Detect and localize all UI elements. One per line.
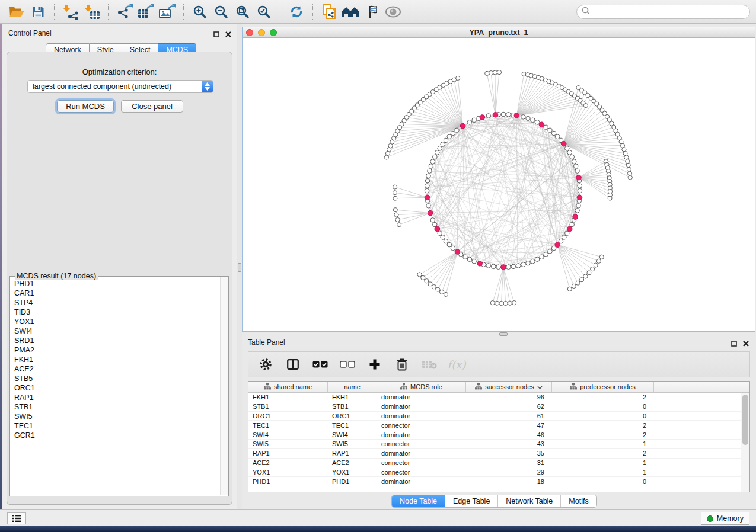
ring-node[interactable] [562,235,567,240]
export-network-icon[interactable] [114,2,135,21]
satellite-node[interactable] [397,223,401,227]
ring-node[interactable] [472,259,477,264]
ring-node[interactable] [531,259,535,264]
close-panel-icon[interactable] [225,29,231,40]
satellite-node[interactable] [417,273,422,277]
satellite-node[interactable] [628,175,632,180]
select-all-icon[interactable] [312,357,328,372]
mcds-result-item[interactable]: RAP1 [11,393,220,402]
ring-node[interactable] [526,261,531,265]
ring-node[interactable] [531,118,535,123]
ring-node[interactable] [570,155,575,159]
ring-node[interactable] [535,120,540,125]
satellite-node[interactable] [587,271,591,275]
mcds-result-item[interactable]: SWI4 [11,326,220,336]
ring-node[interactable] [467,257,472,262]
ring-node[interactable] [496,265,501,270]
mcds-result-item[interactable]: TID3 [11,307,220,317]
mcds-hub-node[interactable] [514,113,519,118]
close-table-panel-icon[interactable] [743,338,749,349]
tab-node-table[interactable]: Node Table [392,495,445,507]
ring-node[interactable] [521,262,526,267]
panel-layout-icon[interactable] [285,357,301,372]
show-panels-list-button[interactable] [7,512,26,524]
satellite-node[interactable] [596,259,601,263]
export-table-icon[interactable] [135,2,157,21]
satellite-node[interactable] [623,151,627,155]
refresh-view-icon[interactable] [286,2,307,21]
column-header-name[interactable]: name [328,382,377,392]
table-row[interactable]: ORC1ORC1dominator610 [248,412,741,421]
vertical-splitter[interactable] [237,24,242,509]
satellite-node[interactable] [393,196,397,200]
satellite-node[interactable] [503,301,508,305]
ring-node[interactable] [575,169,580,174]
satellite-node[interactable] [622,148,626,152]
mcds-hub-node[interactable] [480,115,485,120]
ring-node[interactable] [526,116,531,121]
ring-node[interactable] [506,113,511,117]
table-row[interactable]: RAP1RAP1dominator352 [248,449,741,459]
satellite-node[interactable] [436,287,440,291]
vertical-splitter-handle[interactable] [238,263,241,272]
tab-network-table[interactable]: Network Table [498,495,561,507]
ring-node[interactable] [435,150,440,155]
close-window-icon[interactable] [246,29,253,36]
ring-node[interactable] [544,252,548,257]
close-panel-button[interactable]: Close panel [121,100,183,113]
ring-node[interactable] [463,255,468,259]
ring-node[interactable] [506,265,511,270]
float-panel-icon[interactable] [213,29,219,40]
satellite-node[interactable] [393,208,397,212]
ring-node[interactable] [447,134,452,139]
satellite-node[interactable] [393,185,397,189]
satellite-node[interactable] [608,196,612,200]
mcds-hub-node[interactable] [477,261,483,266]
table-row[interactable]: FKH1FKH1dominator962 [248,393,741,402]
ring-node[interactable] [425,184,430,188]
mcds-result-item[interactable]: STB1 [11,402,220,412]
ring-node[interactable] [428,169,432,174]
satellite-node[interactable] [499,301,503,305]
satellite-node[interactable] [594,263,598,267]
zoom-fit-icon[interactable] [232,2,253,21]
satellite-node[interactable] [512,301,516,305]
save-session-icon[interactable] [27,2,49,21]
column-header-successor-nodes[interactable]: successor nodes [466,382,552,392]
mcds-result-item[interactable]: CAR1 [11,289,220,298]
float-table-panel-icon[interactable] [731,338,737,349]
ring-node[interactable] [551,131,556,136]
ring-node[interactable] [451,131,455,136]
satellite-node[interactable] [576,281,580,285]
mcds-hub-node[interactable] [561,141,566,146]
mcds-hub-node[interactable] [576,175,582,180]
ring-node[interactable] [511,264,516,269]
satellite-node[interactable] [583,104,588,108]
mcds-result-item[interactable]: FKH1 [11,355,220,364]
mcds-result-list[interactable]: PHD1CAR1STP4TID3YOX1SWI4SRD1PMA2FKH1ACE2… [11,279,220,495]
column-header-shared-name[interactable]: shared name [248,382,328,392]
open-session-icon[interactable] [6,2,27,21]
tab-edge-table[interactable]: Edge Table [445,495,498,507]
tab-motifs[interactable]: Motifs [561,495,596,507]
satellite-node[interactable] [490,301,495,305]
mcds-result-item[interactable]: ACE2 [11,364,220,374]
table-scrollbar[interactable] [741,393,749,492]
deselect-all-icon[interactable] [340,357,355,372]
ring-node[interactable] [425,178,430,183]
ring-node[interactable] [429,164,433,169]
satellite-node[interactable] [384,155,388,159]
mcds-result-item[interactable]: ORC1 [11,383,220,393]
satellite-node[interactable] [394,213,398,217]
zoom-out-icon[interactable] [210,2,232,21]
clone-network-icon[interactable] [318,2,340,21]
ring-node[interactable] [472,118,477,123]
mcds-hub-node[interactable] [501,265,506,270]
mcds-hub-node[interactable] [577,195,582,200]
ring-node[interactable] [540,255,544,259]
table-row[interactable]: SWI5SWI5connector431 [248,440,741,449]
table-row[interactable]: SWI4SWI4dominator462 [248,430,741,440]
search-box[interactable] [576,5,750,19]
network-canvas[interactable] [243,38,755,331]
ring-node[interactable] [578,184,582,188]
